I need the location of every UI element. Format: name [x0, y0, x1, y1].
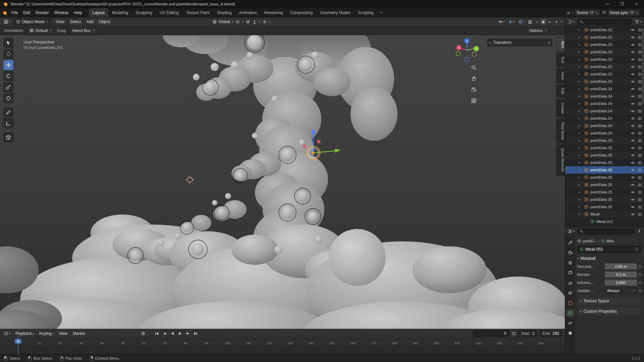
axis-neg-ball[interactable]	[456, 52, 461, 56]
show-gizmo-toggle[interactable]: ▾	[507, 19, 516, 25]
render-properties-tab[interactable]	[566, 249, 574, 256]
camera-visibility-icon[interactable]	[638, 35, 642, 40]
minimize-button[interactable]: —	[600, 0, 614, 8]
cursor-tool[interactable]	[3, 49, 13, 59]
hide-eye-icon[interactable]	[631, 102, 635, 106]
sidebar-tab-edit[interactable]: Edit	[556, 84, 565, 98]
hide-eye-icon[interactable]	[631, 212, 635, 217]
workspace-tab-geometry-nodes[interactable]: Geometry Nodes	[316, 8, 354, 17]
timeline-ruler[interactable]: 0 01020304050607080901001101201301401501…	[0, 338, 565, 346]
object-name[interactable]: pointData.24	[590, 94, 628, 98]
blender-menu-icon[interactable]	[2, 10, 7, 15]
camera-visibility-icon[interactable]	[638, 94, 642, 99]
animate-decorator-icon[interactable]	[639, 274, 641, 276]
gizmo-plane-handle[interactable]	[303, 145, 306, 147]
expand-icon[interactable]: ▸	[579, 124, 583, 127]
prev-keyframe-button[interactable]	[161, 330, 168, 337]
timeline-track[interactable]	[0, 346, 565, 354]
maximize-button[interactable]: ❐	[614, 0, 629, 8]
snap-toggle[interactable]	[246, 19, 250, 24]
outliner-row[interactable]: ▸pointData.25	[565, 144, 644, 152]
outliner-row[interactable]: ▸pointData.24	[565, 107, 644, 115]
hide-eye-icon[interactable]	[631, 175, 635, 180]
hide-eye-icon[interactable]	[631, 28, 635, 32]
new-viewlayer-icon[interactable]	[630, 11, 634, 15]
object-name[interactable]: pointData.24	[590, 102, 628, 106]
menu-file[interactable]: File	[9, 9, 20, 16]
hide-eye-icon[interactable]	[631, 109, 635, 113]
mode-dropdown[interactable]: Object Mode ▾	[13, 18, 51, 25]
outliner-row[interactable]: ▸pointData.25	[565, 166, 644, 174]
viewport-menu-object[interactable]: Object	[96, 18, 113, 25]
options-dropdown[interactable]: Options ▾	[526, 27, 549, 34]
panel-expand-icon[interactable]: ▸	[580, 299, 582, 303]
outliner-row[interactable]: ▸pointData.25	[565, 152, 644, 159]
jump-to-start-button[interactable]	[154, 330, 160, 337]
outliner-row[interactable]: ▸pointData.23	[565, 63, 644, 70]
pivot-dropdown[interactable]: ▾	[235, 19, 244, 24]
stopwatch-icon[interactable]	[512, 331, 516, 336]
object-name[interactable]: pointData.25	[590, 197, 628, 201]
object-name[interactable]: pointData.24	[590, 131, 628, 135]
physics-properties-tab[interactable]	[566, 319, 574, 327]
camera-visibility-icon[interactable]	[638, 183, 642, 187]
shading-solid-button[interactable]: ●	[541, 19, 546, 24]
expand-icon[interactable]: ▸	[579, 183, 583, 186]
camera-visibility-icon[interactable]	[638, 109, 642, 113]
menu-help[interactable]: Help	[71, 9, 85, 16]
properties-pin-button[interactable]	[636, 229, 642, 234]
auto-keyframe-button[interactable]	[140, 330, 147, 337]
expand-icon[interactable]: ▸	[579, 139, 583, 142]
outliner-row[interactable]: ▸pointData.23	[565, 70, 644, 78]
camera-visibility-icon[interactable]	[638, 43, 642, 47]
outliner-row[interactable]: ▸pointData.24	[565, 100, 644, 107]
viewlayer-properties-tab[interactable]	[566, 269, 574, 277]
menu-edit[interactable]: Edit	[20, 9, 33, 16]
expand-icon[interactable]: ▸	[579, 87, 583, 90]
expand-icon[interactable]: ▸	[579, 95, 583, 98]
object-name[interactable]: pointData.23	[590, 50, 628, 54]
camera-visibility-icon[interactable]	[638, 161, 642, 165]
expand-icon[interactable]: ▸	[579, 50, 583, 54]
panel-menu-icon[interactable]: ≡	[548, 40, 550, 45]
hide-eye-icon[interactable]	[631, 205, 635, 209]
jump-to-end-button[interactable]	[192, 330, 199, 337]
outliner-row[interactable]: ▸pointData.24	[565, 122, 644, 129]
camera-visibility-icon[interactable]	[638, 102, 642, 106]
camera-visibility-icon[interactable]	[638, 72, 642, 76]
scene-browse-icon[interactable]	[566, 11, 570, 15]
outliner-scrollbar[interactable]	[642, 27, 644, 105]
object-name[interactable]: pointData.23	[590, 35, 628, 39]
object-name[interactable]: pointData.24	[590, 116, 628, 120]
sidebar-tab-view[interactable]: View	[556, 68, 565, 83]
axis-neg-ball[interactable]	[465, 58, 469, 62]
datablock-name-field[interactable]: Mball.053	[577, 246, 641, 253]
select-box-tool[interactable]	[3, 38, 13, 48]
panel-header-texture-space[interactable]: ▸Texture Space	[577, 297, 641, 305]
hide-eye-icon[interactable]	[631, 153, 635, 158]
outliner-row[interactable]: ▸pointData.24	[565, 93, 644, 100]
shading-caret-icon[interactable]: ▾	[561, 20, 562, 23]
workspace-tab-scripting[interactable]: Scripting	[354, 8, 377, 17]
frame-start-field[interactable]: Start 1	[518, 330, 538, 337]
expand-icon[interactable]: ▸	[579, 205, 583, 208]
timeline-editor-button[interactable]: ▾	[3, 330, 11, 337]
outliner-row[interactable]: ▸pointData.23	[565, 41, 644, 48]
workspace-tab-uv-editing[interactable]: UV Editing	[156, 8, 182, 17]
visibility-dropdown[interactable]: ▾	[497, 19, 506, 25]
rotate-tool[interactable]	[3, 71, 13, 81]
update-dropdown[interactable]: Always▾	[605, 288, 637, 294]
expand-icon[interactable]: ▸	[579, 161, 583, 164]
camera-visibility-icon[interactable]	[638, 197, 642, 202]
camera-visibility-icon[interactable]	[638, 28, 642, 32]
panel-collapse-icon[interactable]: ▾	[577, 257, 579, 260]
camera-visibility-icon[interactable]	[638, 153, 642, 158]
hide-eye-icon[interactable]	[631, 87, 635, 91]
play-button[interactable]	[177, 330, 183, 337]
expand-icon[interactable]: ▸	[579, 109, 583, 113]
sidebar-tab-item[interactable]: Item	[556, 37, 565, 52]
expand-icon[interactable]: ▸	[579, 58, 583, 61]
workspace-tab-layout[interactable]: Layout	[89, 8, 108, 17]
gizmo-plane-handle[interactable]	[317, 140, 320, 143]
value-field[interactable]: 0.05 m	[605, 263, 637, 269]
